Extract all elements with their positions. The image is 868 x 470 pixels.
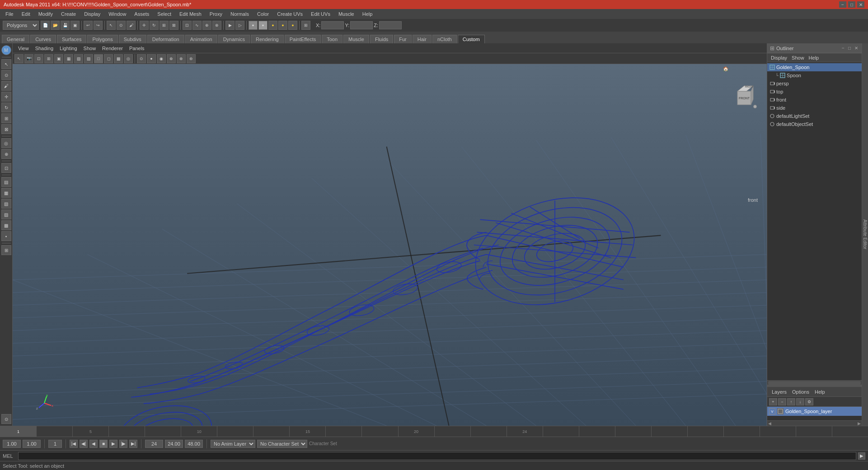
rotate-tool-icon[interactable]: ↻ bbox=[1, 102, 11, 112]
viewport-show-menu[interactable]: Show bbox=[81, 45, 99, 52]
vp-layout1-icon[interactable]: ▣ bbox=[54, 54, 63, 63]
view-cube[interactable]: FRONT RIGHT bbox=[731, 82, 758, 109]
z-input[interactable] bbox=[379, 21, 402, 29]
outliner-horizontal-scrollbar[interactable] bbox=[767, 380, 862, 385]
save-scene-icon[interactable]: ▣ bbox=[70, 21, 80, 30]
timeline-tick-18[interactable] bbox=[615, 426, 651, 437]
viewport-renderer-menu[interactable]: Renderer bbox=[99, 45, 126, 52]
undo-icon[interactable]: ↩ bbox=[84, 21, 93, 30]
play-back-button[interactable]: ◀ bbox=[89, 440, 98, 448]
new-file-icon[interactable]: 📄 bbox=[41, 21, 50, 30]
vp-layout3-icon[interactable]: ▧ bbox=[74, 54, 83, 63]
mel-arrow-icon[interactable]: ▶ bbox=[858, 452, 865, 460]
timeline-tick-14[interactable] bbox=[470, 426, 507, 437]
timeline-tick-3[interactable]: 5 bbox=[72, 426, 108, 437]
timeline-tick-24[interactable] bbox=[832, 426, 868, 437]
scale-tool-icon[interactable]: ⊞ bbox=[1, 113, 11, 123]
snap-point-icon[interactable]: ⊕ bbox=[202, 21, 211, 30]
layer-settings-btn[interactable]: ⚙ bbox=[805, 398, 813, 405]
tab-painteffects[interactable]: PaintEffects bbox=[285, 35, 321, 43]
layer-icon-1[interactable]: ▤ bbox=[1, 177, 11, 187]
polygon-mode-dropdown[interactable]: Polygons bbox=[3, 21, 39, 30]
outliner-show-menu[interactable]: Show bbox=[790, 55, 806, 60]
tab-fur[interactable]: Fur bbox=[394, 35, 412, 43]
tab-rendering[interactable]: Rendering bbox=[251, 35, 284, 43]
vp-joint-icon[interactable]: ⊛ bbox=[187, 54, 196, 63]
move-icon[interactable]: ✛ bbox=[140, 21, 149, 30]
select-icon[interactable]: ↖ bbox=[107, 21, 116, 30]
viewport-view-menu[interactable]: View bbox=[15, 45, 32, 52]
3d-viewport[interactable]: FRONT RIGHT x y z 🏠 front bbox=[13, 64, 767, 426]
tab-custom[interactable]: Custom bbox=[458, 35, 485, 43]
save-file-icon[interactable]: 💾 bbox=[61, 21, 70, 30]
timeline-tick-22[interactable] bbox=[760, 426, 796, 437]
menu-create-uvs[interactable]: Create UVs bbox=[273, 10, 306, 18]
vp-smooth-icon[interactable]: ◻ bbox=[104, 54, 113, 63]
timeline-tick-11[interactable] bbox=[361, 426, 398, 437]
menu-edit[interactable]: Edit bbox=[18, 10, 34, 18]
timeline-tick-21[interactable] bbox=[723, 426, 760, 437]
menu-edit-mesh[interactable]: Edit Mesh bbox=[176, 10, 205, 18]
timeline-tick-2[interactable] bbox=[36, 426, 72, 437]
menu-window[interactable]: Window bbox=[105, 10, 130, 18]
paint-select-icon[interactable]: 🖌 bbox=[127, 21, 136, 30]
timeline-tick-23[interactable] bbox=[796, 426, 832, 437]
tab-curves[interactable]: Curves bbox=[30, 35, 56, 43]
layer-icon-6[interactable]: ▪ bbox=[1, 231, 11, 241]
stop-button[interactable]: ■ bbox=[99, 440, 108, 448]
layer-item-golden-spoon-layer[interactable]: VGolden_Spoon_layer bbox=[767, 407, 862, 416]
tab-surfaces[interactable]: Surfaces bbox=[57, 35, 86, 43]
scale-icon[interactable]: ⊞ bbox=[160, 21, 169, 30]
tab-animation[interactable]: Animation bbox=[185, 35, 217, 43]
tab-polygons[interactable]: Polygons bbox=[87, 35, 117, 43]
max-frame-input[interactable] bbox=[185, 440, 203, 448]
redo-icon[interactable]: ↪ bbox=[94, 21, 103, 30]
y-input[interactable] bbox=[350, 21, 373, 29]
maximize-button[interactable]: □ bbox=[848, 1, 855, 8]
tab-muscle[interactable]: Muscle bbox=[343, 35, 369, 43]
menu-display[interactable]: Display bbox=[80, 10, 104, 18]
soft-mod-icon[interactable]: ◎ bbox=[1, 138, 11, 148]
outliner-maximize-button[interactable]: □ bbox=[847, 46, 852, 51]
outliner-item-golden-spoon[interactable]: Golden_Spoon bbox=[767, 63, 862, 71]
light-icon-3[interactable]: ● bbox=[268, 21, 277, 30]
timeline-tick-9[interactable]: 15 bbox=[289, 426, 325, 437]
light-icon-1[interactable]: ● bbox=[249, 21, 258, 30]
current-frame-input[interactable] bbox=[23, 440, 41, 448]
layer-move-down-btn[interactable]: ↓ bbox=[796, 398, 804, 405]
menu-normals[interactable]: Normals bbox=[227, 10, 253, 18]
outliner-hscroll-thumb[interactable] bbox=[768, 381, 861, 385]
vp-layout4-icon[interactable]: ▨ bbox=[84, 54, 93, 63]
mel-input[interactable] bbox=[18, 452, 856, 460]
vp-shadow-icon[interactable]: ● bbox=[147, 54, 156, 63]
layers-content[interactable]: VGolden_Spoon_layer bbox=[767, 407, 862, 420]
minimize-button[interactable]: − bbox=[839, 1, 846, 8]
select-tool-icon[interactable]: ↖ bbox=[1, 59, 11, 69]
sculpt-icon[interactable]: ⊕ bbox=[1, 149, 11, 159]
outliner-item-defaultLightSet[interactable]: defaultLightSet bbox=[767, 112, 862, 120]
layer-move-up-btn[interactable]: ↑ bbox=[787, 398, 795, 405]
timeline-tick-19[interactable] bbox=[651, 426, 687, 437]
outliner-item-top[interactable]: top bbox=[767, 88, 862, 96]
character-set-dropdown[interactable]: No Character Set bbox=[257, 440, 307, 448]
maya-icon[interactable]: M bbox=[1, 45, 11, 55]
timeline-tick-17[interactable] bbox=[579, 426, 615, 437]
tab-deformation[interactable]: Deformation bbox=[147, 35, 184, 43]
transform-icon[interactable]: ⊠ bbox=[169, 21, 178, 30]
layer-icon-2[interactable]: ▦ bbox=[1, 188, 11, 198]
vp-layout2-icon[interactable]: ▦ bbox=[64, 54, 73, 63]
tab-hair[interactable]: Hair bbox=[413, 35, 432, 43]
snap-view-icon[interactable]: ⊗ bbox=[212, 21, 221, 30]
outliner-minimize-button[interactable]: − bbox=[841, 46, 845, 51]
timeline-tick-7[interactable] bbox=[217, 426, 253, 437]
lasso-tool-icon[interactable]: ⊙ bbox=[1, 70, 11, 80]
show-manip-lt-icon[interactable]: ⊡ bbox=[1, 163, 11, 173]
layers-menu[interactable]: Layers bbox=[770, 389, 788, 395]
snap-curve-icon[interactable]: ∿ bbox=[192, 21, 202, 30]
timeline-tick-6[interactable]: 10 bbox=[181, 426, 217, 437]
outliner-help-menu[interactable]: Help bbox=[807, 55, 821, 60]
vp-camera-icon[interactable]: 📷 bbox=[24, 54, 33, 63]
outliner-item-side[interactable]: side bbox=[767, 104, 862, 112]
paint-tool-icon[interactable]: 🖌 bbox=[1, 81, 11, 91]
timeline-tick-1[interactable]: 1 bbox=[0, 426, 36, 437]
